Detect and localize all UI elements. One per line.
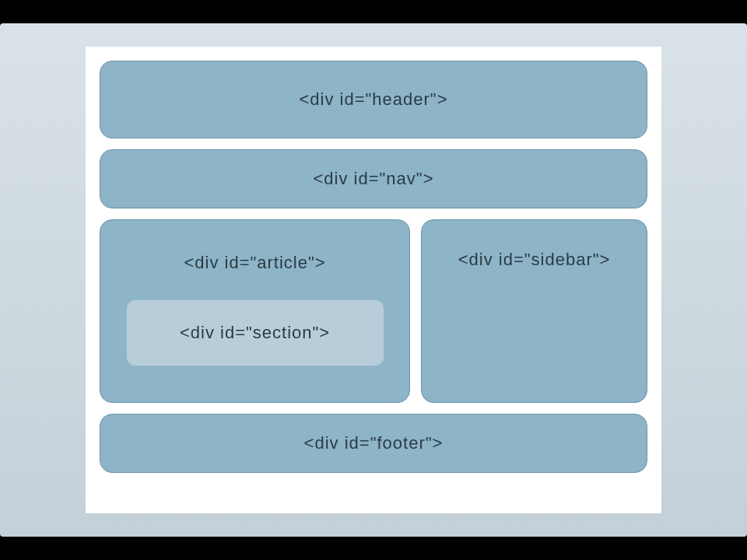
- footer-block: <div id="footer">: [100, 414, 647, 473]
- article-block: <div id="article"> <div id="section">: [100, 219, 410, 403]
- layout-container: <div id="header"> <div id="nav"> <div id…: [86, 47, 661, 513]
- header-block: <div id="header">: [100, 61, 647, 138]
- section-label: <div id="section">: [180, 323, 330, 343]
- nav-block: <div id="nav">: [100, 149, 647, 208]
- header-label: <div id="header">: [299, 89, 447, 110]
- slide-background: <div id="header"> <div id="nav"> <div id…: [0, 23, 747, 537]
- article-label: <div id="article">: [184, 253, 325, 273]
- section-block: <div id="section">: [126, 299, 384, 366]
- footer-label: <div id="footer">: [304, 433, 444, 453]
- middle-row: <div id="article"> <div id="section"> <d…: [100, 219, 647, 403]
- sidebar-label: <div id="sidebar">: [458, 250, 611, 270]
- sidebar-block: <div id="sidebar">: [421, 219, 647, 403]
- nav-label: <div id="nav">: [314, 169, 434, 189]
